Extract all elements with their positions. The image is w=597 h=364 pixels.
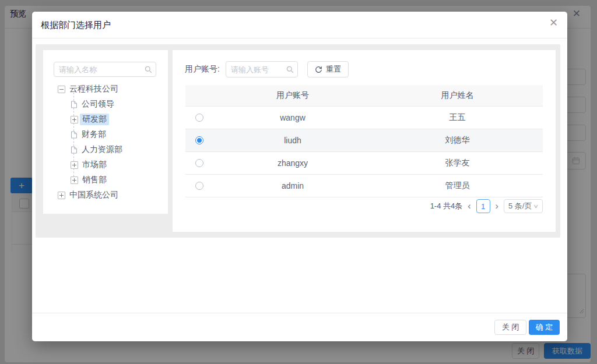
modal-header: 根据部门选择用户 ✕: [32, 12, 567, 38]
modal-close-icon[interactable]: ✕: [549, 17, 558, 28]
modal-title: 根据部门选择用户: [41, 20, 111, 31]
tree-node-label[interactable]: 中国系统公司: [69, 190, 118, 200]
user-account: wangw: [213, 113, 372, 122]
tree-search: [54, 62, 156, 77]
radio[interactable]: [195, 136, 203, 144]
account-filter-label: 用户账号:: [185, 64, 220, 75]
user-name: 王五: [372, 112, 543, 123]
pagination-total: 1-4 共4条: [430, 201, 463, 211]
table-row[interactable]: wangw 王五: [185, 107, 543, 129]
modal-close-button[interactable]: 关 闭: [494, 320, 526, 335]
document-icon: [71, 101, 78, 108]
tree-node-label[interactable]: 人力资源部: [82, 144, 122, 155]
department-tree-card: 云程科技公司 公司领导 研发部: [43, 50, 168, 214]
tree-node-company-2[interactable]: 中国系统公司: [43, 188, 168, 203]
expand-icon[interactable]: [71, 176, 78, 184]
user-account: admin: [213, 181, 372, 190]
page-size-select[interactable]: 5 条/页 ∨: [504, 199, 543, 213]
user-account: liudh: [213, 136, 372, 145]
chevron-down-icon: ∨: [533, 203, 539, 209]
tree-node-finance-dept[interactable]: 财务部: [43, 127, 168, 142]
tree-node-label[interactable]: 公司领导: [82, 99, 114, 109]
next-page-icon[interactable]: ›: [495, 202, 499, 211]
document-icon: [71, 146, 78, 154]
modal-confirm-button[interactable]: 确 定: [529, 320, 560, 335]
tree-search-input[interactable]: [54, 62, 156, 77]
name-column-header: 用户姓名: [372, 90, 543, 101]
page-number-button[interactable]: 1: [476, 199, 490, 213]
user-list-card: 用户账号:: [173, 50, 556, 232]
search-icon: [286, 66, 294, 73]
tree-node-hr-dept[interactable]: 人力资源部: [43, 142, 168, 157]
user-account: zhangxy: [213, 158, 372, 168]
expand-icon[interactable]: [58, 192, 65, 199]
tree-node-label[interactable]: 云程科技公司: [69, 84, 118, 94]
account-filter: [226, 61, 298, 77]
refresh-icon: [315, 66, 322, 73]
pagination: 1-4 共4条 ‹ 1 › 5 条/页 ∨: [430, 199, 543, 213]
document-icon: [71, 131, 78, 139]
table-row[interactable]: liudh 刘德华: [185, 129, 543, 152]
radio[interactable]: [195, 159, 203, 167]
user-table: 用户账号 用户姓名 wangw 王五 liudh 刘德华: [185, 85, 543, 197]
radio[interactable]: [195, 182, 203, 190]
department-tree: 云程科技公司 公司领导 研发部: [43, 82, 168, 203]
radio[interactable]: [195, 114, 203, 122]
user-name: 张学友: [372, 158, 543, 168]
tree-node-marketing-dept[interactable]: 市场部: [43, 157, 168, 172]
tree-node-leadership[interactable]: 公司领导: [43, 97, 168, 112]
tree-node-label[interactable]: 销售部: [82, 175, 107, 185]
reset-button[interactable]: 重置: [307, 61, 349, 77]
tree-node-label[interactable]: 财务部: [82, 129, 106, 140]
tree-node-label[interactable]: 市场部: [82, 160, 107, 170]
tree-node-rd-dept[interactable]: 研发部: [43, 112, 168, 127]
tree-node-sales-dept[interactable]: 销售部: [43, 172, 168, 188]
user-name: 刘德华: [372, 135, 543, 146]
filter-row: 用户账号:: [185, 61, 349, 77]
collapse-icon[interactable]: [58, 86, 65, 93]
user-table-header: 用户账号 用户姓名: [185, 85, 543, 107]
table-row[interactable]: admin 管理员: [185, 175, 543, 197]
expand-icon[interactable]: [71, 161, 78, 169]
page-size-value: 5 条/页: [508, 201, 532, 211]
select-user-modal: 根据部门选择用户 ✕ 云程科技: [32, 12, 567, 341]
expand-icon[interactable]: [71, 116, 78, 123]
modal-footer: 关 闭 确 定: [32, 313, 567, 341]
tree-node-company-1[interactable]: 云程科技公司: [43, 82, 168, 97]
account-column-header: 用户账号: [213, 90, 372, 101]
user-name: 管理员: [372, 181, 543, 191]
reset-button-label: 重置: [326, 64, 341, 75]
search-icon: [145, 66, 152, 73]
prev-page-icon[interactable]: ‹: [467, 202, 471, 211]
screen: 预览 ✕ +: [0, 0, 597, 364]
table-row[interactable]: zhangxy 张学友: [185, 152, 543, 175]
modal-body-panel: 云程科技公司 公司领导 研发部: [36, 44, 560, 238]
tree-node-label[interactable]: 研发部: [80, 114, 109, 125]
